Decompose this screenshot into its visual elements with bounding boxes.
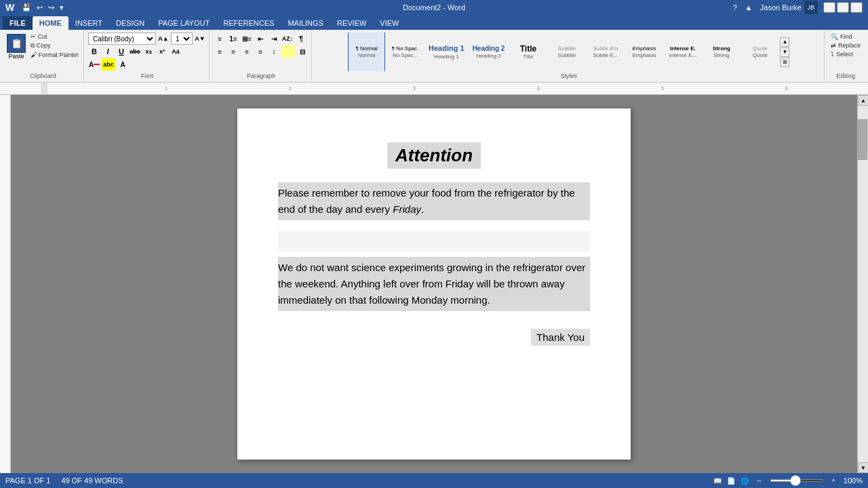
align-center-button[interactable]: ≡ [227,45,239,58]
restore-button[interactable]: □ [837,2,849,13]
redo-button[interactable]: ↪ [46,3,56,13]
styles-scroll-down[interactable]: ▼ [780,47,789,57]
paragraph-1-end: . [421,203,424,215]
user-section: Jason Burke JB [760,1,818,14]
style-title[interactable]: Title Title [509,33,547,71]
qat-more-button[interactable]: ▾ [58,3,66,13]
save-button[interactable]: 💾 [20,3,33,13]
style-strong[interactable]: Strong Strong [703,33,740,71]
help-button[interactable]: ? [729,1,741,14]
minimize-button[interactable]: ─ [823,2,835,13]
tab-insert[interactable]: INSERT [68,16,109,30]
strikethrough-button[interactable]: abc [129,45,141,58]
style-heading2[interactable]: Heading 2 Heading 2 [469,33,509,71]
scroll-down-button[interactable]: ▼ [858,462,868,473]
style-h2-preview: Heading 2 [473,45,505,53]
font-size-down-button[interactable]: A▲ [157,33,170,45]
justify-button[interactable]: ≡ [254,45,267,58]
highlight-button[interactable]: abc [101,58,116,70]
font-family-select[interactable]: Calibri (Body) [88,33,156,45]
select-button[interactable]: ⤵ Select [829,50,863,58]
style-emphasis-label: Emphasis [632,52,656,58]
multilevel-button[interactable]: ⊞≡ [241,33,253,45]
ruler-inner: 1 2 3 4 5 6 [41,83,868,94]
tab-page-layout[interactable]: PAGE LAYOUT [151,16,216,30]
style-normal[interactable]: ¶ Normal Normal [348,33,385,71]
cut-button[interactable]: ✂ Cut [28,33,81,41]
document-area[interactable]: Attention Please remember to remove your… [11,95,857,473]
username: Jason Burke [760,3,802,12]
align-left-button[interactable]: ≡ [214,45,226,58]
font-size-select[interactable]: 11 [171,33,193,45]
empty-line[interactable] [278,231,590,251]
read-mode-button[interactable]: 📖 [713,477,722,485]
close-button[interactable]: ✕ [850,2,863,13]
style-intense-em[interactable]: Intense E. Intense E... [664,33,701,71]
ribbon-collapse-button[interactable]: ▲ [743,1,755,14]
superscript-button[interactable]: x² [156,45,168,58]
status-left: PAGE 1 OF 1 49 OF 49 WORDS [5,476,123,485]
find-button[interactable]: 🔍 Find [829,33,863,41]
style-no-space[interactable]: ¶ No Spac. No Spac... [387,33,424,71]
shading-button[interactable] [281,45,295,58]
clear-formatting-button[interactable]: A [117,58,129,70]
show-marks-button[interactable]: ¶ [295,33,307,45]
italic-button[interactable]: I [102,45,114,58]
style-subtitle[interactable]: Subtitle Subtitle [548,33,585,71]
para-row-2: ≡ ≡ ≡ ≡ ↕ ⊟ [214,45,309,58]
help-buttons: ? ▲ [729,1,755,14]
vertical-scrollbar: ▲ ▼ [857,95,868,473]
font-size-up-button[interactable]: A▼ [194,33,206,45]
scroll-up-button[interactable]: ▲ [858,95,868,106]
tab-references[interactable]: REFERENCES [216,16,281,30]
web-layout-button[interactable]: 🌐 [741,477,749,485]
paragraph-2[interactable]: We do not want science experiments growi… [278,257,590,311]
style-subtle-em[interactable]: Subtle Em Subtle E... [587,33,624,71]
paragraph-1-text-before: Please remember to remove your food from… [278,187,575,215]
zoom-in-label: + [832,477,835,484]
replace-button[interactable]: ⇄ Replace [829,41,863,49]
tab-design[interactable]: DESIGN [109,16,151,30]
style-quote-preview: Quote [753,45,768,52]
numbering-button[interactable]: 1≡ [227,33,239,45]
document-page[interactable]: Attention Please remember to remove your… [237,108,631,460]
style-quote[interactable]: Quote Quote [741,33,778,71]
underline-button[interactable]: U [115,45,127,58]
bullets-button[interactable]: ≡ [214,33,226,45]
paste-icon: 📋 [7,34,26,53]
tab-file[interactable]: FILE [3,16,33,30]
style-emphasis[interactable]: Emphasis Emphasis [625,33,663,71]
user-avatar: JB [804,1,818,14]
horizontal-ruler: 1 2 3 4 5 6 [0,83,868,95]
sort-button[interactable]: AZ↓ [281,33,294,45]
tab-view[interactable]: VIEW [373,16,406,30]
copy-button[interactable]: ⧉ Copy [28,41,81,50]
decrease-indent-button[interactable]: ⇤ [254,33,267,45]
style-normal-label: Normal [358,52,376,58]
format-painter-button[interactable]: 🖌 Format Painter [28,51,81,59]
styles-scroll-up[interactable]: ▲ [780,37,789,47]
paste-button[interactable]: 📋 Paste [5,33,27,61]
undo-button[interactable]: ↩ [35,3,45,13]
style-subtitle-preview: Subtitle [558,45,576,52]
editing-label: Editing [829,71,863,79]
paragraph-1[interactable]: Please remember to remove your food from… [278,182,590,220]
tab-home[interactable]: HOME [33,16,68,30]
styles-expand[interactable]: ⊞ [780,58,789,67]
tab-mailings[interactable]: MAILINGS [281,16,330,30]
style-heading1[interactable]: Heading 1 Heading 1 [425,33,468,71]
border-button[interactable]: ⊟ [296,45,309,58]
zoom-slider[interactable] [770,479,824,482]
line-spacing-button[interactable]: ↕ [268,45,280,58]
tab-review[interactable]: REVIEW [330,16,373,30]
increase-indent-button[interactable]: ⇥ [268,33,280,45]
clipboard-label: Clipboard [5,71,81,79]
bold-button[interactable]: B [88,45,100,58]
subscript-button[interactable]: x₂ [142,45,155,58]
print-layout-button[interactable]: 📄 [727,477,735,485]
align-right-button[interactable]: ≡ [241,45,253,58]
font-color-button[interactable]: A [88,58,100,70]
style-h2-label: Heading 2 [476,53,500,59]
case-button[interactable]: Aa [170,45,182,58]
scroll-thumb[interactable] [858,119,867,160]
